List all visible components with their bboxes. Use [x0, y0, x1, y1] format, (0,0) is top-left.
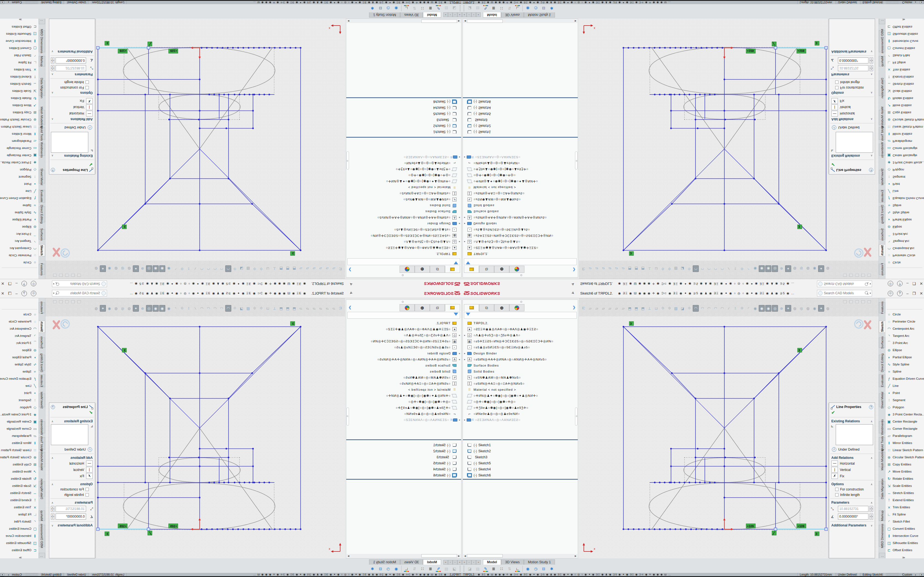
tree-row[interactable]: ▸ A ○ƨ5ИΝ◎✛Α✛◎ИΝΑ○◎○ΑΝИ◎✛Α✛◎ΝИƨ5○ — [346, 214, 461, 221]
command-tab-features[interactable]: Features — [879, 264, 885, 275]
flyout-tool-item[interactable]: ⊞ Copy Entities — [0, 461, 39, 468]
length-value-field[interactable]: 10.88152731 — [838, 65, 869, 71]
flyout-tool-item[interactable]: ╱ Line — [885, 188, 924, 195]
tree-row[interactable]: ○✛Ʒ9e♟○✽◉[○◎○]◉✽○♟e9Ʒ✛○ — [463, 405, 578, 411]
search-icon[interactable] — [864, 291, 869, 296]
scroll-left-arrow[interactable]: ◀ — [463, 20, 467, 23]
checkbox[interactable] — [835, 81, 838, 84]
tree-row-sketch[interactable]: (-) Sketch4 — [346, 466, 461, 472]
rollback-bar[interactable] — [346, 137, 461, 138]
section-existing-relations[interactable]: Existing Relations∧ — [49, 153, 95, 159]
panel-help-icon[interactable]: ? — [51, 405, 55, 409]
command-tab-surfaces[interactable]: Surfaces — [879, 337, 885, 348]
section-add-relations[interactable]: Add Relations∧ — [49, 117, 95, 122]
menu-item[interactable] — [507, 293, 512, 294]
tree-scrollbar[interactable] — [575, 152, 577, 169]
angle-spinner[interactable]: ▲▼ — [51, 514, 55, 520]
expand-arrow[interactable]: ▸ — [463, 216, 467, 219]
tree-row[interactable]: ◔ ○ƨ5♟◎ƨ5ИΞЄ5○◎○5ЄΞИƨ◎♟ƨ5○ — [463, 344, 578, 350]
length-spinner[interactable]: ▲▼ — [869, 506, 873, 512]
search-dropdown-icon[interactable]: ▾ — [53, 292, 55, 295]
panel-help-icon[interactable]: ? — [869, 168, 873, 172]
flyout-tool-item[interactable]: ⊞ Copy Entities — [0, 109, 39, 116]
layers-ghost-icon[interactable]: ▤ — [475, 566, 481, 572]
tree-row-sketch[interactable]: (-) Sketch6 — [346, 472, 461, 479]
flyout-tool-item[interactable]: ƒ Equation Driven Curve — [885, 375, 924, 382]
menu-item[interactable] — [388, 293, 393, 294]
flyout-tool-item[interactable]: ⨯ Trim Entities — [0, 66, 39, 73]
settings-gear-icon[interactable]: ✱ — [369, 566, 375, 572]
flyout-tool-item[interactable]: ◫ Silhouette Entities — [0, 539, 39, 546]
tree-row[interactable]: Σ ○ƨ5ИΝ◎✛ΑΞ○◎○ΞΑ✛◎ΝИƨ5○ — [463, 380, 578, 387]
tree-row-sketch[interactable]: (-) Sketch1 — [463, 129, 578, 135]
command-tab-sheet-metal[interactable]: Sheet Metal — [39, 393, 45, 407]
menu-item[interactable] — [406, 293, 411, 294]
flyout-tool-item[interactable]: ≈ Spline — [0, 202, 39, 209]
search-dropdown-icon[interactable]: ▾ — [869, 292, 871, 295]
menu-item[interactable] — [394, 283, 399, 285]
command-tab-weldments[interactable]: Weldments — [39, 421, 45, 433]
menu-item[interactable] — [513, 283, 518, 285]
tab-scroll-last[interactable]: » — [443, 12, 448, 17]
tree-row-sketch[interactable]: (-) Sketch6 — [463, 472, 578, 479]
tree-filter-box[interactable] — [347, 258, 460, 265]
close-button[interactable]: ✕ — [1, 291, 5, 296]
relations-listbox[interactable] — [836, 424, 873, 445]
angle-value-field[interactable]: 0.00000000° — [55, 57, 86, 63]
flyout-tool-item[interactable]: ◇ Polygon — [885, 166, 924, 173]
command-tab-sketch[interactable]: Sketch — [39, 244, 45, 256]
flyout-tool-item[interactable]: ∶ Segment — [0, 396, 39, 404]
doc-tab-motion-study-1[interactable]: Motion Study 1 — [369, 559, 400, 565]
expand-arrow[interactable]: ▸ — [457, 222, 461, 225]
flyout-tool-item[interactable]: ◈ 3 Point Center Recta... — [0, 411, 39, 418]
tree-row[interactable]: Solid Bodies — [346, 369, 461, 374]
search-icon[interactable] — [55, 281, 60, 286]
flyout-tool-item[interactable]: ≈ Spline — [885, 368, 924, 375]
swap-ghost-icon[interactable]: ⇅ — [411, 5, 417, 11]
graphics-viewport[interactable]: ⎗▱▱▱▱▱▱⬒⬒⬒⊥⊔⟐⟐▤◪⟐◠◠◠◠◠∕⊺⟐◜◉◉◉◎⊕✦◍◎◍◉✦◍ — [45, 19, 345, 279]
tree-row[interactable]: Solid Bodies — [346, 203, 461, 208]
flyout-tool-item[interactable]: ⊛ Circular Sketch Pattern — [885, 116, 924, 123]
flyout-tool-item[interactable]: ◠ Centerpoint Arc — [0, 325, 39, 332]
expand-arrow[interactable]: ▸ — [463, 352, 467, 355]
tab-configurationmanager[interactable]: ⊕ — [415, 266, 430, 273]
search-box[interactable]: ▾ — [52, 290, 107, 297]
command-tab-mesh-modeling[interactable]: Mesh Modeling — [39, 452, 45, 467]
doc-tab-model[interactable]: Model — [483, 559, 501, 565]
add-relation-button[interactable]: — Horizontal — [829, 110, 875, 117]
length-value-field[interactable]: 10.88152731 — [838, 506, 869, 512]
expand-arrow[interactable]: ▸ — [457, 352, 461, 355]
tree-row-sketch[interactable]: (-) Sketch4 — [346, 105, 461, 111]
swap-ghost-icon[interactable]: ⇅ — [507, 5, 513, 11]
eraser-ghost-icon[interactable]: ◪ — [467, 5, 473, 11]
tab-scroll-last[interactable]: » — [476, 560, 481, 565]
angle-value-field[interactable]: 0.00000000° — [55, 514, 86, 520]
menu-item[interactable] — [394, 293, 399, 294]
panel-handle[interactable] — [402, 301, 404, 303]
flyout-tool-item[interactable]: ○ Circle — [0, 259, 39, 266]
doc-tab-3d-views[interactable]: 3D Views — [501, 559, 524, 565]
command-tab-weldments[interactable]: Weldments — [879, 144, 885, 156]
flyout-tool-item[interactable]: ▪ Point — [885, 389, 924, 396]
tree-row[interactable]: ⠿ Material < not specified > — [346, 184, 461, 190]
status-custom-dropdown[interactable]: Custom ▴ — [900, 573, 918, 576]
pin-icon[interactable]: ➤ — [570, 281, 575, 287]
option-checkbox-row[interactable]: For construction — [829, 85, 875, 90]
flyout-tool-item[interactable]: ▢ Convert Entities — [885, 525, 924, 532]
command-tab-sketch[interactable]: Sketch — [39, 321, 45, 333]
flyout-tool-item[interactable]: ◗ Partial Ellipse — [885, 216, 924, 223]
flyout-tool-item[interactable]: ⊺ Extend Entities — [0, 496, 39, 504]
command-tab-markup[interactable]: Markup — [39, 511, 45, 521]
layers-ghost-icon[interactable]: ▤ — [443, 566, 449, 572]
tree-row-sketch[interactable]: Sketch3 — [346, 117, 461, 123]
appearance-brush-icon[interactable]: ✎ — [483, 566, 489, 572]
section-existing-relations[interactable]: Existing Relations∧ — [49, 418, 95, 424]
reload-time-icon[interactable]: ◷ — [533, 566, 539, 572]
command-tab-weldments[interactable]: Weldments — [39, 144, 45, 156]
status-custom-dropdown[interactable]: Custom ▴ — [6, 1, 24, 4]
line-thickness-icon[interactable]: ≣ — [427, 566, 433, 572]
flyout-tool-item[interactable]: ▭ Corner Rectangle — [0, 145, 39, 152]
tree-row[interactable]: ▸ A ○ƨ5ИΝ◎✛Α✛◎ИΝΑ○◎○ΑΝИ◎✛Α✛◎ΝИƨ5○ — [346, 356, 461, 363]
section-options[interactable]: Options∧ — [49, 90, 95, 96]
flyout-tool-item[interactable]: ◌ Perimeter Circle — [0, 252, 39, 259]
